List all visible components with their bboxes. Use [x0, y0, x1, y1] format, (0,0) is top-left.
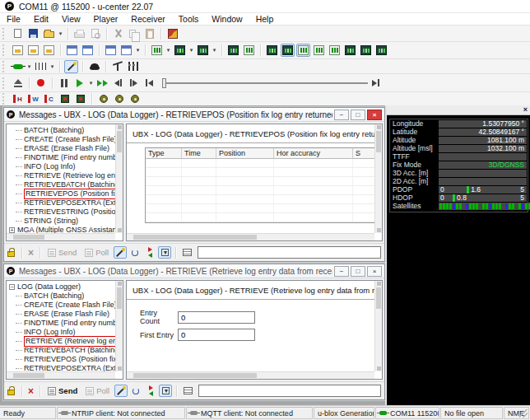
menu-receiver[interactable]: Receiver — [124, 13, 171, 26]
auto-poll-icon[interactable] — [129, 385, 142, 397]
load-config-icon[interactable] — [112, 92, 126, 105]
connection-icon[interactable] — [11, 60, 25, 73]
receiver-reset-icon[interactable] — [58, 92, 72, 105]
tree-item-root[interactable]: −LOG (Data Logger) — [9, 282, 115, 292]
window-layout-icon[interactable] — [119, 44, 133, 57]
table-view-icon[interactable] — [226, 44, 240, 57]
edit-table-icon[interactable] — [180, 246, 193, 259]
content-vertical-scrollbar[interactable] — [374, 124, 382, 233]
tree-horizontal-scrollbar[interactable] — [7, 233, 115, 240]
send-button[interactable]: Send — [44, 386, 81, 395]
scroll-down-icon[interactable] — [158, 246, 171, 259]
maximize-button[interactable]: □ — [351, 266, 365, 277]
receiver-restart-icon[interactable] — [73, 92, 87, 105]
chart-view-icon[interactable] — [150, 44, 164, 57]
import-messages-icon[interactable] — [11, 44, 25, 57]
open-file-dropdown-icon[interactable]: ▾ — [57, 30, 64, 37]
tree-item[interactable]: INFO (Log Info) — [9, 162, 115, 171]
clear-messages-icon[interactable] — [42, 44, 56, 57]
tx-rx-icon[interactable] — [144, 385, 157, 397]
split-vertical-icon[interactable] — [81, 44, 95, 57]
send-button[interactable]: Send — [44, 248, 81, 257]
baudrate-icon[interactable] — [34, 60, 48, 73]
packet-console-icon[interactable] — [265, 44, 279, 57]
lock-icon[interactable] — [7, 390, 15, 395]
save-file-icon[interactable] — [26, 27, 40, 40]
content-horizontal-scrollbar[interactable] — [127, 233, 374, 240]
tree-item[interactable]: CREATE (Create Flash File) — [9, 301, 115, 310]
message-filter-input[interactable] — [198, 385, 381, 397]
step-back-icon[interactable] — [111, 77, 125, 90]
configuration-view-icon[interactable] — [328, 44, 342, 57]
message-filter-input[interactable] — [198, 246, 381, 259]
histogram-view-dropdown-icon[interactable]: ▾ — [188, 47, 195, 54]
menu-player[interactable]: Player — [87, 13, 125, 26]
camera-view-dropdown-icon[interactable]: ▾ — [211, 47, 218, 54]
tree-item[interactable]: ERASE (Erase Flash File) — [9, 144, 115, 153]
debug-messages-icon[interactable] — [87, 60, 101, 73]
save-config-icon[interactable] — [96, 92, 110, 105]
slider-handle[interactable] — [162, 78, 166, 88]
step-forward-icon[interactable] — [127, 77, 141, 90]
menu-edit[interactable]: Edit — [27, 13, 55, 26]
tree-item[interactable]: BATCH (Batching) — [9, 126, 115, 135]
connection-dropdown-icon[interactable]: ▾ — [26, 63, 33, 70]
fast-forward-icon[interactable] — [95, 77, 109, 90]
copy-icon[interactable] — [127, 27, 141, 40]
child-titlebar[interactable]: P Messages - UBX - LOG (Data Logger) - R… — [4, 108, 384, 122]
slider-track[interactable] — [162, 82, 368, 84]
record-icon[interactable] — [34, 77, 48, 90]
tree-item-selected[interactable]: RETRIEVEPOS (Position fix lo — [9, 189, 115, 198]
tree-item[interactable]: RETRIEVEBATCH (Batching) — [9, 346, 115, 355]
menu-view[interactable]: View — [55, 13, 87, 26]
messages-view-icon[interactable] — [312, 44, 326, 57]
minimize-button[interactable]: − — [334, 266, 349, 277]
cut-icon[interactable] — [111, 27, 125, 40]
new-file-icon[interactable] — [11, 27, 25, 40]
close-button[interactable]: × — [367, 266, 382, 277]
close-button[interactable]: × — [367, 110, 382, 120]
map-view-icon[interactable] — [359, 44, 373, 57]
auto-poll-icon[interactable] — [128, 246, 142, 259]
tree-item[interactable]: RETRIEVE (Retrieve log entry — [9, 171, 115, 180]
camera-view-icon[interactable] — [196, 44, 210, 57]
revert-config-icon[interactable] — [128, 92, 142, 105]
open-file-icon[interactable] — [42, 27, 56, 40]
statistic-view-icon[interactable] — [343, 44, 357, 57]
tree-item[interactable]: FINDTIME (Find entry numb — [9, 153, 115, 162]
tree-item[interactable]: FINDTIME (Find entry numb — [9, 319, 115, 328]
print-icon[interactable] — [72, 27, 86, 40]
menu-file[interactable]: File — [0, 13, 27, 26]
tree-item[interactable]: STRING (String) — [9, 217, 115, 226]
clear-message-icon[interactable]: × — [26, 386, 36, 396]
jump-to-end-icon[interactable] — [369, 77, 383, 90]
poll-button[interactable]: Poll — [81, 248, 113, 257]
minimize-button[interactable]: − — [334, 110, 349, 120]
new-window-icon[interactable] — [104, 44, 118, 57]
autobaud-icon[interactable] — [64, 60, 78, 73]
tree-item[interactable]: BATCH (Batching) — [9, 292, 115, 301]
cold-start-icon[interactable]: C — [42, 92, 56, 105]
tree-vertical-scrollbar[interactable] — [115, 124, 123, 233]
child-titlebar[interactable]: P Messages - UBX - LOG (Data Logger) - R… — [4, 264, 384, 278]
binary-console-icon[interactable] — [281, 44, 295, 57]
tx-rx-icon[interactable] — [143, 246, 156, 259]
menu-window[interactable]: Window — [205, 13, 249, 26]
tree-item[interactable]: RETRIEVEPOSEXTRA (Extra p — [9, 364, 115, 371]
edit-table-icon[interactable] — [181, 385, 194, 397]
google-earth-icon[interactable] — [242, 44, 256, 57]
tree-horizontal-scrollbar[interactable] — [7, 371, 115, 379]
resize-grip[interactable] — [519, 409, 528, 418]
tree-item[interactable]: +MGA (Multiple GNSS Assistanc — [9, 226, 115, 233]
playback-position-slider[interactable] — [162, 77, 368, 90]
tree-vertical-scrollbar[interactable] — [115, 281, 123, 371]
tree-item[interactable]: RETRIEVEPOS (Position fix lo — [9, 355, 115, 364]
text-console-icon[interactable] — [296, 44, 310, 57]
antenna-icon[interactable] — [110, 60, 124, 73]
eject-icon[interactable] — [11, 77, 25, 90]
window-layout-dropdown-icon[interactable]: ▾ — [134, 47, 142, 54]
tree-item[interactable]: RETRIEVESTRING (Position st — [9, 208, 115, 217]
clear-message-icon[interactable]: × — [26, 248, 36, 258]
lock-icon[interactable] — [7, 251, 15, 257]
entry-count-input[interactable] — [178, 311, 255, 324]
